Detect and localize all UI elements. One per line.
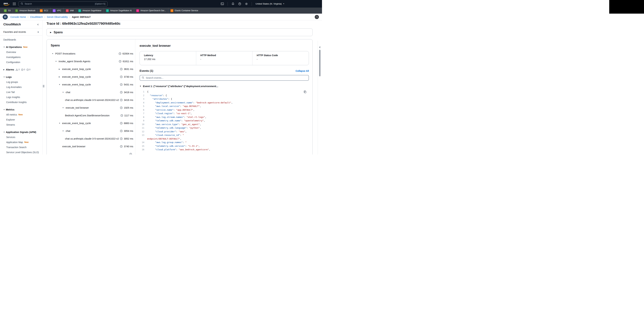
aws-logo[interactable]: aws (3, 2, 10, 6)
caret-down-icon[interactable]: ▼ (59, 84, 61, 85)
alarm-count-value: 0 (29, 68, 30, 71)
breadcrumb-genai-observability[interactable]: GenAI Observability (47, 16, 68, 18)
span-row-execute-event-loop-cycle[interactable]: ▼execute_event_loop_cycle5431 ms (47, 81, 135, 88)
sidebar-item-contributor-insights[interactable]: Contributor Insights (0, 100, 42, 105)
sidebar-item-application-map[interactable]: Application MapNew (0, 140, 42, 145)
event-1-expander[interactable]: ▼ Event 1: {"resource":{"attributes":{"d… (140, 85, 309, 88)
caret-down-icon[interactable]: ▼ (62, 92, 64, 93)
sidebar-item-transaction-search[interactable]: Transaction Search (0, 145, 42, 150)
span-row-partial[interactable] (47, 150, 135, 155)
sidebar-title: CloudWatch (3, 23, 21, 26)
sidebar-item-logs-insights[interactable]: Logs Insights (0, 95, 42, 100)
favorite-amazon-sagemaker[interactable]: Amazon SageMaker (76, 8, 104, 14)
collapse-all-link[interactable]: Collapse All (296, 70, 309, 72)
sidebar-item-overview[interactable]: Overview (0, 50, 42, 55)
span-duration-text: 3418 ms (124, 91, 133, 94)
global-search-input[interactable] (25, 3, 94, 5)
span-row-execute-event-loop-cycle[interactable]: ▶execute_event_loop_cycle3631 ms (47, 65, 135, 73)
favorite-ec2[interactable]: EC2 (38, 8, 50, 14)
caret-down-icon[interactable]: ▼ (59, 122, 61, 124)
span-row-chat-us-anthropic-claude-3-5-sonnet-20241022-v2[interactable]: chat us.anthropic.claude-3-5-sonnet-2024… (47, 96, 135, 104)
help-icon[interactable] (238, 2, 241, 6)
span-duration-text: 3416 ms (124, 99, 133, 101)
notifications-bell-icon[interactable] (232, 2, 234, 6)
favorite-vpc[interactable]: VPC (50, 8, 64, 14)
code-line: 6 "service.name": "app.DEFAULT", (140, 108, 309, 112)
span-duration-text: 1117 ms (124, 114, 133, 117)
favorite-elastic-container-service[interactable]: Elastic Container Service (168, 8, 200, 14)
span-row-execute-event-loop-cycle[interactable]: ▼execute_event_loop_cycle6883 ms (47, 119, 135, 127)
span-row-chat[interactable]: ▼chat3418 ms (47, 88, 135, 96)
span-duration: 1117 ms (120, 114, 133, 117)
span-row-post-invocations[interactable]: ▼POST /invocations62004 ms (47, 50, 135, 58)
clock-icon (118, 52, 121, 55)
side-menu-toggle[interactable] (3, 15, 8, 20)
line-number: 4 (140, 101, 144, 105)
apps-grid-icon[interactable] (13, 2, 16, 6)
breadcrumb-cloudwatch[interactable]: CloudWatch (30, 16, 43, 18)
events-search[interactable] (140, 75, 309, 81)
sidebar-item-investigations[interactable]: Investigations (0, 55, 42, 60)
span-row-invoke-agent-strands-agents[interactable]: ▼invoke_agent Strands Agents61811 ms (47, 58, 135, 65)
favorite-s3[interactable]: S3 (2, 8, 13, 14)
copy-icon[interactable] (304, 90, 306, 95)
region-selector[interactable]: United States (N. Virginia) ▼ (256, 3, 284, 5)
caret-down-icon[interactable]: ▼ (62, 107, 64, 109)
sidebar-item-services[interactable]: Services (0, 135, 42, 140)
line-number: 8 (140, 115, 144, 119)
sidebar-section-logs[interactable]: ▼Logs (0, 75, 42, 80)
sidebar-item-all-metrics[interactable]: All metricsNew (0, 112, 42, 117)
breadcrumb-console-home[interactable]: Console Home (10, 16, 26, 18)
span-row-execute-tool-browser[interactable]: execute_tool browser3740 ms (47, 143, 135, 150)
vertical-scrollbar-thumb[interactable] (319, 50, 320, 76)
code-line: 1{ (140, 90, 309, 94)
favorite-amazon-bedrock[interactable]: Amazon Bedrock (13, 8, 38, 14)
sidebar-item-label: Log Anomalies (6, 86, 22, 88)
span-row-chat[interactable]: ▼chat3054 ms (47, 127, 135, 135)
sidebar-favorites-recents[interactable]: Favorites and recents ▶ (0, 29, 42, 36)
sidebar-section-alarms[interactable]: ▶Alarms000 (0, 67, 42, 72)
span-duration: 3052 ms (120, 137, 133, 140)
sidebar-item-dashboards[interactable]: Dashboards (0, 37, 42, 42)
caret-right-icon[interactable]: ▶ (59, 76, 61, 78)
sidebar-item-live-tail[interactable]: Live Tail (0, 90, 42, 95)
main-panel: Trace Id : 68e8963c12fea2e50207790f4485e… (42, 20, 322, 155)
favorite-iam[interactable]: IAM (64, 8, 76, 14)
favorite-amazon-sagemaker-ai[interactable]: Amazon SageMaker AI (104, 8, 134, 14)
sidebar-section-application-signals-apm[interactable]: ▼Application Signals (APM) (0, 130, 42, 135)
caret-right-icon[interactable]: ▶ (59, 68, 61, 70)
sidebar-item-service-level-objectives-slo[interactable]: Service Level Objectives (SLO) (0, 150, 42, 155)
favorite-amazon-opensearch-ser[interactable]: Amazon OpenSearch Ser... (134, 8, 168, 14)
sidebar-collapse-icon[interactable] (37, 23, 39, 26)
events-heading: Events (1) (140, 69, 153, 73)
sidebar-item-log-anomalies[interactable]: Log Anomalies (0, 85, 42, 90)
sidebar-item-explorer[interactable]: Explorer (0, 117, 42, 122)
caret-down-icon[interactable]: ▼ (52, 53, 54, 55)
cloudshell-icon[interactable] (221, 2, 224, 5)
settings-gear-icon[interactable] (245, 2, 248, 6)
spans-overview-expander[interactable]: ▶ Spans (46, 29, 312, 36)
sidebar-item-log-groups[interactable]: Log groups (0, 80, 42, 85)
history-icon[interactable] (314, 15, 319, 20)
events-search-input[interactable] (146, 77, 307, 79)
sidebar-item-configuration[interactable]: Configuration (0, 60, 42, 65)
sidebar-item-streams[interactable]: Streams (0, 122, 42, 127)
sidebar-section-metrics[interactable]: ▼Metrics (0, 107, 42, 112)
sidebar-resize-handle[interactable] (43, 85, 44, 87)
span-row-execute-tool-browser[interactable]: ▼execute_tool browser1925 ms (47, 104, 135, 112)
span-row-execute-event-loop-cycle[interactable]: ▶execute_event_loop_cycle3730 ms (47, 73, 135, 81)
caret-down-icon[interactable]: ▼ (55, 61, 57, 62)
line-content: "telemetry.sdk.name": "opentelemetry", (144, 119, 205, 123)
sidebar-section-ai-operations[interactable]: ▼AI OperationsNew (0, 45, 42, 50)
split-panel-toggle-icon[interactable] (319, 46, 321, 49)
line-number (140, 137, 144, 141)
line-content: "cloud.platform": "aws_bedrock_agentcore… (144, 148, 210, 151)
global-search[interactable]: [Option+S] (18, 1, 108, 7)
clock-icon (129, 153, 132, 155)
line-number: 12 (140, 130, 144, 134)
span-duration-text: 3052 ms (124, 137, 133, 140)
span-row-bedrock-agentcore-startbrowsersession[interactable]: Bedrock AgentCore.StartBrowserSession111… (47, 112, 135, 119)
span-row-chat-us-anthropic-claude-3-5-sonnet-20241022-v2[interactable]: chat us.anthropic.claude-3-5-sonnet-2024… (47, 135, 135, 143)
clock-icon (120, 130, 122, 132)
caret-down-icon[interactable]: ▼ (62, 130, 64, 132)
